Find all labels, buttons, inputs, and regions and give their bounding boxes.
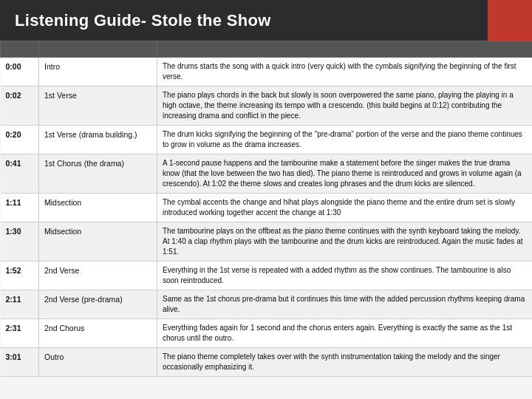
cell-description: The piano theme completely takes over wi… <box>157 348 533 377</box>
cell-section: 1st Verse <box>39 86 157 126</box>
table-row: 2:312nd ChorusEverything fades again for… <box>1 319 533 348</box>
cell-time: 3:01 <box>1 348 39 377</box>
table-body: 0:00IntroThe drums starts the song with … <box>1 58 533 377</box>
table-row: 2:112nd Verse (pre-drama)Same as the 1st… <box>1 290 533 319</box>
cell-time: 1:11 <box>1 194 39 222</box>
table-container: 0:00IntroThe drums starts the song with … <box>0 41 532 399</box>
cell-description: The piano plays chords in the back but s… <box>157 86 533 126</box>
cell-description: A 1-second pause happens and the tambour… <box>157 154 533 194</box>
cell-time: 2:11 <box>1 290 39 319</box>
header-container: Listening Guide- Stole the Show <box>0 0 532 41</box>
table-row: 0:201st Verse (drama building.)The drum … <box>1 126 533 154</box>
cell-description: The cymbal accents the change and hihat … <box>157 194 533 222</box>
cell-time: 2:31 <box>1 319 39 348</box>
cell-section: Outro <box>39 348 157 377</box>
cell-description: Everything fades again for 1 second and … <box>157 319 533 348</box>
cell-section: Midsection <box>39 194 157 222</box>
page-title: Listening Guide- Stole the Show <box>15 11 271 30</box>
cell-section: Midsection <box>39 222 157 262</box>
table-row: 0:021st VerseThe piano plays chords in t… <box>1 86 533 126</box>
cell-section: 2nd Verse <box>39 262 157 290</box>
cell-section: 1st Chorus (the drama) <box>39 154 157 194</box>
table-row: 0:411st Chorus (the drama)A 1-second pau… <box>1 154 533 194</box>
cell-section: Intro <box>39 58 157 86</box>
red-accent-decoration <box>488 0 532 41</box>
table-header-row <box>1 41 533 58</box>
cell-description: The drums starts the song with a quick i… <box>157 58 533 86</box>
cell-time: 0:02 <box>1 86 39 126</box>
cell-section: 1st Verse (drama building.) <box>39 126 157 154</box>
page-wrapper: Listening Guide- Stole the Show 0:00Intr… <box>0 0 532 399</box>
cell-description: Same as the 1st chorus pre-drama but it … <box>157 290 533 319</box>
header: Listening Guide- Stole the Show <box>0 0 532 41</box>
cell-description: The tambourine plays on the offbeat as t… <box>157 222 533 262</box>
cell-time: 0:20 <box>1 126 39 154</box>
cell-time: 1:52 <box>1 262 39 290</box>
cell-description: The drum kicks signifying the beginning … <box>157 126 533 154</box>
table-row: 1:522nd VerseEverything in the 1st verse… <box>1 262 533 290</box>
listening-guide-table: 0:00IntroThe drums starts the song with … <box>0 41 532 377</box>
cell-time: 0:41 <box>1 154 39 194</box>
cell-section: 2nd Verse (pre-drama) <box>39 290 157 319</box>
col-section <box>39 41 157 58</box>
table-row: 1:30MidsectionThe tambourine plays on th… <box>1 222 533 262</box>
cell-section: 2nd Chorus <box>39 319 157 348</box>
col-description <box>157 41 533 58</box>
cell-time: 1:30 <box>1 222 39 262</box>
cell-time: 0:00 <box>1 58 39 86</box>
table-row: 0:00IntroThe drums starts the song with … <box>1 58 533 86</box>
table-row: 3:01OutroThe piano theme completely take… <box>1 348 533 377</box>
table-row: 1:11MidsectionThe cymbal accents the cha… <box>1 194 533 222</box>
col-time <box>1 41 39 58</box>
cell-description: Everything in the 1st verse is repeated … <box>157 262 533 290</box>
